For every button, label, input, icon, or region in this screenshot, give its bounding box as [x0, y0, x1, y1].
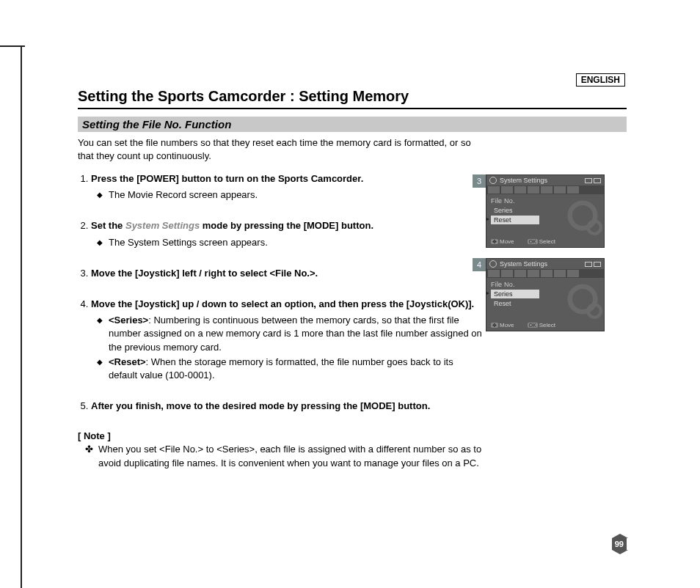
- screenshot-step-number: 4: [473, 258, 486, 271]
- menu-item-series: Series: [491, 290, 539, 298]
- option-name: <Series>: [109, 315, 148, 326]
- step-title: Press the [POWER] button to turn on the …: [91, 173, 363, 184]
- screen-footer: ✥Move OKSelect: [486, 320, 604, 331]
- screen-menu: File No. Series Reset: [491, 197, 599, 224]
- gear-icon: [489, 260, 497, 268]
- steps-list: Press the [POWER] button to turn on the …: [78, 172, 483, 413]
- screenshot-4: 4 System Settings File No. Series Reset …: [486, 258, 622, 331]
- screen-footer: ✥Move OKSelect: [486, 237, 604, 247]
- screen-titlebar: System Settings: [486, 259, 604, 269]
- screen-titlebar: System Settings: [486, 175, 604, 185]
- screen-body: File No. Series Reset: [486, 278, 604, 320]
- screen-tabs: [486, 269, 604, 278]
- screenshot-step-number: 3: [473, 174, 486, 188]
- screen-title: System Settings: [500, 260, 547, 268]
- step-title-post: mode by pressing the [MODE] button.: [200, 220, 373, 231]
- gear-icon: [489, 177, 497, 184]
- step-option: <Series>: Numbering is continuous betwee…: [97, 314, 483, 354]
- joystick-icon: ✥: [491, 323, 498, 328]
- step-bullet: The System Settings screen appears.: [97, 236, 483, 249]
- joystick-icon: ✥: [491, 239, 498, 244]
- step-title: Move the [Joystick] up / down to select …: [91, 298, 474, 309]
- page-title: Setting the Sports Camcorder : Setting M…: [78, 88, 627, 109]
- step-bullets: The System Settings screen appears.: [97, 236, 483, 249]
- footer-select: OKSelect: [528, 238, 555, 245]
- menu-header: File No.: [491, 197, 599, 205]
- step-title-pre: Set the: [91, 220, 125, 231]
- screen-tabs: [486, 185, 604, 194]
- screenshot-3: 3 System Settings File No. Series Reset …: [486, 174, 622, 248]
- menu-item-reset: Reset: [491, 216, 539, 224]
- footer-select: OKSelect: [528, 322, 555, 328]
- footer-move: ✥Move: [491, 322, 514, 328]
- option-desc: : Numbering is continuous between the me…: [109, 315, 482, 352]
- intro-text: You can set the file numbers so that the…: [78, 136, 474, 162]
- step-bullets: The Movie Record screen appears.: [97, 188, 483, 202]
- step-1: Press the [POWER] button to turn on the …: [91, 172, 483, 202]
- battery-icon: [585, 262, 601, 267]
- option-name: <Reset>: [109, 356, 146, 367]
- step-3: Move the [Joystick] left / right to sele…: [91, 267, 483, 280]
- step-bullet: The Movie Record screen appears.: [97, 188, 483, 202]
- screenshot-column: 3 System Settings File No. Series Reset …: [486, 174, 622, 342]
- option-desc: : When the storage memory is formatted, …: [109, 356, 453, 381]
- footer-move: ✥Move: [491, 238, 514, 245]
- battery-icon: [585, 178, 601, 183]
- language-badge: ENGLISH: [576, 73, 625, 87]
- screen-menu: File No. Series Reset: [491, 281, 599, 308]
- crop-mark-vertical: [21, 45, 22, 588]
- ok-key: OK: [528, 239, 538, 244]
- camcorder-screen: System Settings File No. Series Reset ✥M…: [486, 258, 605, 331]
- step-title: Set the System Settings mode by pressing…: [91, 220, 373, 231]
- step-2: Set the System Settings mode by pressing…: [91, 219, 483, 249]
- step-title: After you finish, move to the desired mo…: [91, 400, 430, 411]
- step-5: After you finish, move to the desired mo…: [91, 400, 483, 413]
- screen-title: System Settings: [500, 177, 547, 184]
- camcorder-screen: System Settings File No. Series Reset ✥M…: [486, 174, 605, 248]
- screen-body: File No. Series Reset: [486, 194, 604, 237]
- menu-item-reset: Reset: [491, 299, 539, 308]
- menu-header: File No.: [491, 281, 599, 288]
- menu-item-series: Series: [491, 206, 539, 215]
- ok-key: OK: [528, 323, 538, 328]
- step-4: Move the [Joystick] up / down to select …: [91, 298, 483, 382]
- note-body: When you set <File No.> to <Series>, eac…: [78, 443, 483, 469]
- step-title-emphasis: System Settings: [125, 220, 200, 231]
- note-heading: [ Note ]: [78, 430, 627, 441]
- step-options: <Series>: Numbering is continuous betwee…: [97, 314, 483, 382]
- page-number: 99: [612, 538, 627, 550]
- section-title: Setting the File No. Function: [78, 117, 627, 132]
- step-title: Move the [Joystick] left / right to sele…: [91, 268, 318, 279]
- step-option: <Reset>: When the storage memory is form…: [97, 356, 483, 382]
